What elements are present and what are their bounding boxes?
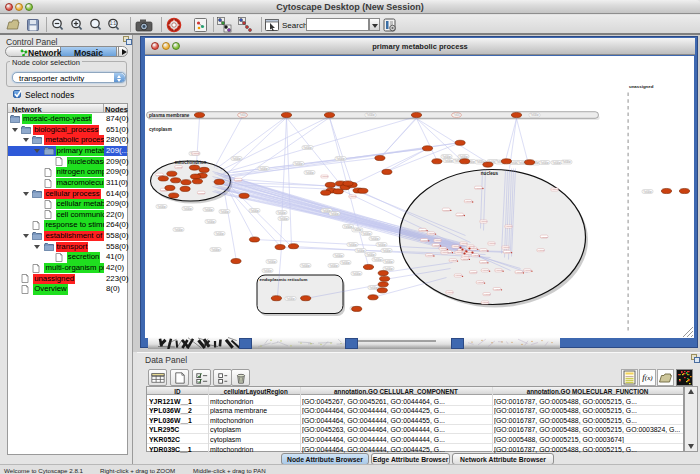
svg-text:Yxl00w: Yxl00w bbox=[503, 251, 510, 253]
svg-text:Yxl00w: Yxl00w bbox=[250, 209, 258, 213]
svg-text:Yxl00w: Yxl00w bbox=[353, 228, 361, 232]
svg-text:Yxl00w: Yxl00w bbox=[502, 246, 509, 248]
svg-text:Yxl00w: Yxl00w bbox=[421, 239, 428, 241]
svg-text:Yxl00w: Yxl00w bbox=[305, 171, 313, 175]
svg-text:Yxl00w: Yxl00w bbox=[356, 249, 364, 253]
svg-text:Yxl00w: Yxl00w bbox=[426, 254, 433, 256]
svg-text:Yxl00w: Yxl00w bbox=[462, 255, 469, 257]
svg-text:Yxl00w: Yxl00w bbox=[352, 272, 360, 276]
svg-text:Yxl00w: Yxl00w bbox=[432, 244, 439, 246]
svg-text:Yxl00w: Yxl00w bbox=[192, 152, 199, 154]
svg-text:Yxl00w: Yxl00w bbox=[330, 212, 338, 216]
svg-text:Yxl00w: Yxl00w bbox=[366, 253, 374, 257]
svg-text:Yxl00w: Yxl00w bbox=[541, 236, 548, 238]
svg-text:Yxl00w: Yxl00w bbox=[279, 217, 287, 221]
svg-text:Yxl00w: Yxl00w bbox=[444, 159, 452, 163]
svg-text:Yxl00w: Yxl00w bbox=[232, 157, 240, 161]
svg-text:Yxl00: Yxl00 bbox=[453, 113, 460, 117]
svg-text:Yxl00w: Yxl00w bbox=[204, 208, 212, 212]
svg-text:Yxl00w: Yxl00w bbox=[442, 155, 450, 159]
svg-text:Yxl00w: Yxl00w bbox=[183, 207, 191, 211]
svg-text:Yxl00w: Yxl00w bbox=[267, 260, 275, 264]
svg-text:Yxl00w: Yxl00w bbox=[211, 248, 219, 252]
svg-text:Yxl00w: Yxl00w bbox=[480, 249, 487, 251]
svg-text:Yxl00w: Yxl00w bbox=[505, 225, 512, 227]
svg-text:Yxl00w: Yxl00w bbox=[475, 187, 482, 189]
svg-text:Yxl00w: Yxl00w bbox=[551, 188, 558, 190]
svg-text:Yxl00w: Yxl00w bbox=[341, 261, 349, 265]
svg-text:Yxl00w: Yxl00w bbox=[459, 155, 467, 159]
svg-text:Yxl00w: Yxl00w bbox=[465, 200, 472, 202]
svg-text:Yxl00w: Yxl00w bbox=[235, 179, 242, 181]
svg-text:Yxl00w: Yxl00w bbox=[452, 245, 459, 247]
svg-text:Yxl00w: Yxl00w bbox=[373, 258, 381, 262]
svg-text:Yxl00w: Yxl00w bbox=[524, 269, 531, 271]
svg-text:Yxl00w: Yxl00w bbox=[382, 249, 390, 253]
svg-text:Yxl00w: Yxl00w bbox=[348, 243, 356, 247]
svg-text:Yxl00w: Yxl00w bbox=[303, 146, 311, 150]
svg-text:Yxl00w: Yxl00w bbox=[377, 243, 385, 247]
svg-text:plasma membrane: plasma membrane bbox=[149, 113, 190, 118]
svg-text:mitochondrion: mitochondrion bbox=[175, 160, 207, 165]
svg-text:Yxl00w: Yxl00w bbox=[460, 242, 467, 244]
svg-text:Yxl00w: Yxl00w bbox=[215, 232, 223, 236]
svg-text:cytoplasm: cytoplasm bbox=[149, 127, 172, 132]
svg-text:Yxl00w: Yxl00w bbox=[470, 271, 477, 273]
svg-text:Yxl00w: Yxl00w bbox=[198, 192, 205, 194]
svg-text:Yxl00w: Yxl00w bbox=[384, 267, 392, 271]
svg-text:Yxl00w: Yxl00w bbox=[552, 161, 560, 165]
svg-text:nucleus: nucleus bbox=[481, 171, 499, 176]
svg-text:Yxl00w: Yxl00w bbox=[456, 214, 463, 216]
svg-text:Yxl00w: Yxl00w bbox=[446, 291, 453, 293]
svg-text:Yxl00w: Yxl00w bbox=[480, 261, 487, 263]
svg-text:Yxl00w: Yxl00w bbox=[370, 237, 378, 241]
svg-text:Yxl00w: Yxl00w bbox=[384, 260, 392, 264]
svg-text:Yxl00w: Yxl00w bbox=[471, 254, 478, 256]
svg-text:Yxl00w: Yxl00w bbox=[329, 264, 337, 268]
svg-text:Yxl00w: Yxl00w bbox=[175, 166, 182, 168]
svg-text:Yxl00w: Yxl00w bbox=[493, 288, 500, 290]
svg-text:Yxl00w: Yxl00w bbox=[349, 195, 356, 197]
svg-text:Yxl00w: Yxl00w bbox=[481, 301, 488, 303]
svg-text:Yxl00w: Yxl00w bbox=[294, 162, 302, 166]
svg-text:Yxl00w: Yxl00w bbox=[156, 174, 163, 176]
svg-text:Yxl00w: Yxl00w bbox=[454, 274, 461, 276]
svg-text:1:1: 1:1 bbox=[110, 21, 117, 26]
svg-text:Yxl00w: Yxl00w bbox=[220, 210, 228, 214]
svg-text:Yxl00w: Yxl00w bbox=[434, 239, 441, 241]
svg-text:Yxl00w: Yxl00w bbox=[366, 113, 374, 117]
svg-text:Yxl00w: Yxl00w bbox=[441, 251, 448, 253]
svg-text:Yxl00w: Yxl00w bbox=[321, 175, 328, 177]
svg-text:Yxl00w: Yxl00w bbox=[263, 269, 271, 273]
svg-text:Yxl00w: Yxl00w bbox=[286, 297, 294, 301]
svg-text:Yxl00w: Yxl00w bbox=[344, 225, 352, 229]
svg-text:endoplasmic reticulum: endoplasmic reticulum bbox=[260, 277, 308, 282]
svg-text:Yxl00w: Yxl00w bbox=[483, 293, 490, 295]
svg-text:Yxl00w: Yxl00w bbox=[467, 245, 474, 247]
svg-text:Yxl00w: Yxl00w bbox=[277, 211, 285, 215]
svg-text:Yxl00w: Yxl00w bbox=[362, 232, 370, 236]
svg-text:Yxl00w: Yxl00w bbox=[562, 160, 570, 164]
svg-text:Yxl00w: Yxl00w bbox=[455, 251, 462, 253]
svg-text:Yxl00w: Yxl00w bbox=[439, 247, 446, 249]
svg-text:Yxl00w: Yxl00w bbox=[476, 281, 483, 283]
svg-text:Yxl00w: Yxl00w bbox=[537, 249, 544, 251]
svg-text:Yxl00w: Yxl00w bbox=[336, 157, 344, 161]
svg-text:Yxl00w: Yxl00w bbox=[488, 242, 495, 244]
svg-text:Yxl00w: Yxl00w bbox=[369, 286, 377, 290]
svg-text:Yxl00w: Yxl00w bbox=[643, 190, 651, 194]
svg-text:Yxl00w: Yxl00w bbox=[259, 167, 267, 171]
svg-text:Yxl00w: Yxl00w bbox=[480, 220, 487, 222]
svg-text:Yxl00w: Yxl00w bbox=[419, 229, 426, 231]
svg-text:Yxl00w: Yxl00w bbox=[540, 161, 548, 165]
svg-text:Yxl00w: Yxl00w bbox=[174, 228, 182, 232]
svg-text:unassigned: unassigned bbox=[629, 84, 654, 89]
svg-text:Yxl00w: Yxl00w bbox=[481, 269, 488, 271]
svg-text:Yxl00w: Yxl00w bbox=[449, 259, 456, 261]
svg-text:Yxl00w: Yxl00w bbox=[206, 220, 214, 224]
svg-text:Yxl00w: Yxl00w bbox=[443, 209, 450, 211]
svg-text:Yxl00w: Yxl00w bbox=[515, 271, 522, 273]
svg-text:Yxl00w: Yxl00w bbox=[334, 254, 342, 258]
svg-text:Yxl00w: Yxl00w bbox=[157, 205, 165, 209]
svg-text:Yxl00w: Yxl00w bbox=[301, 264, 309, 268]
